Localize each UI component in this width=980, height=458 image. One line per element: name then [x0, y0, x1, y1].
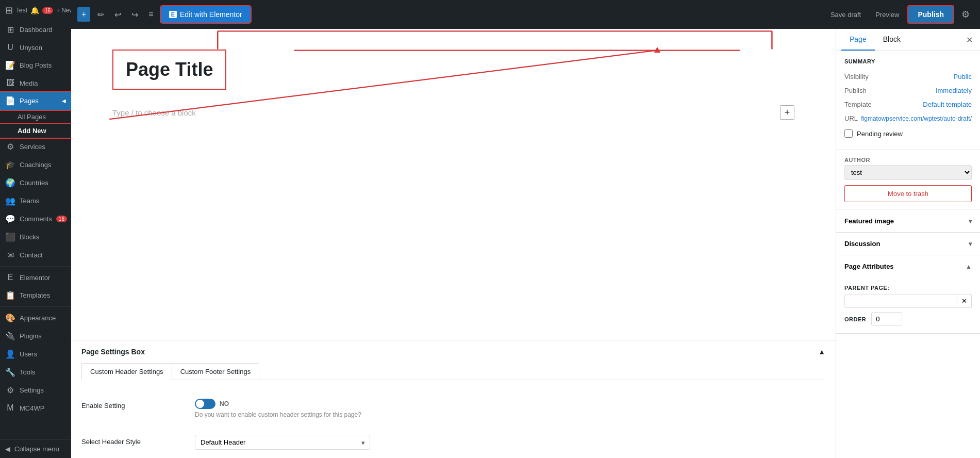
undo-button[interactable]: ↩: [111, 8, 124, 22]
sidebar: ⊞ Test 🔔 16 + New Howdy, test ⊞ Dashboar…: [0, 0, 71, 458]
sidebar-item-label: Appearance: [20, 314, 56, 322]
sidebar-item-plugins[interactable]: 🔌 Plugins: [0, 327, 71, 345]
sidebar-item-teams[interactable]: 👥 Teams: [0, 192, 71, 210]
move-to-trash-button[interactable]: Move to trash: [844, 185, 972, 202]
header-style-select[interactable]: Default Header Custom Header 1 Custom He…: [195, 435, 370, 450]
publish-value[interactable]: Immediately: [936, 87, 972, 94]
add-block-button[interactable]: +: [77, 7, 90, 22]
sidebar-sub-all-pages[interactable]: All Pages: [0, 110, 71, 124]
page-attributes-title: Page Attributes: [844, 263, 894, 270]
url-value[interactable]: figmatowpservice.com/wptest/auto-draft/: [861, 115, 972, 122]
tab-custom-header[interactable]: Custom Header Settings: [81, 363, 172, 380]
redo-button[interactable]: ↪: [128, 8, 141, 22]
sidebar-item-dashboard[interactable]: ⊞ Dashboard: [0, 21, 71, 39]
details-button[interactable]: ≡: [145, 8, 156, 21]
page-editor-area: Page Title Type / to choose a block +: [71, 29, 836, 340]
publish-button[interactable]: Publish: [908, 6, 953, 23]
add-block-inline-button[interactable]: +: [780, 105, 794, 120]
nav-separator-2: [0, 306, 71, 307]
settings-panel-button[interactable]: ⚙: [957, 7, 974, 22]
author-select[interactable]: test: [844, 165, 972, 180]
select-header-field: Select Header Style Default Header Custo…: [81, 427, 825, 458]
sidebar-item-elementor[interactable]: E Elementor: [0, 269, 71, 286]
sidebar-item-label: Pages: [20, 97, 39, 105]
sidebar-item-unyson[interactable]: U Unyson: [0, 39, 71, 56]
media-icon: 🖼: [5, 78, 15, 88]
featured-image-header[interactable]: Featured image ▾: [836, 210, 980, 232]
plus-icon: +: [56, 7, 60, 14]
settings-icon: ⚙: [5, 385, 15, 395]
sidebar-item-label: MC4WP: [20, 404, 44, 412]
sidebar-item-mc4wp[interactable]: M MC4WP: [0, 399, 71, 417]
enable-toggle[interactable]: [195, 399, 215, 409]
sidebar-item-settings[interactable]: ⚙ Settings: [0, 381, 71, 399]
sidebar-item-label: Tools: [20, 368, 35, 376]
save-draft-button[interactable]: Save draft: [825, 8, 866, 22]
order-input[interactable]: [871, 312, 902, 326]
sidebar-item-blocks[interactable]: ⬛ Blocks: [0, 228, 71, 246]
parent-page-clear-button[interactable]: ✕: [957, 294, 972, 308]
notifications-icon[interactable]: 🔔: [30, 6, 39, 14]
page-title-box: Page Title: [112, 50, 226, 90]
tools-icon-btn[interactable]: ✏: [94, 8, 107, 22]
visibility-value[interactable]: Public: [954, 73, 972, 80]
select-header-label: Select Header Style: [81, 435, 185, 446]
sidebar-item-countries[interactable]: 🌍 Countries: [0, 174, 71, 192]
right-sidebar-tabs: Page Block ✕: [836, 29, 980, 51]
dashboard-icon: ⊞: [5, 25, 15, 35]
settings-tabs: Custom Header Settings Custom Footer Set…: [81, 363, 825, 380]
elementor-btn-icon: E: [169, 11, 177, 18]
sidebar-item-users[interactable]: 👤 Users: [0, 345, 71, 363]
select-header-control: Default Header Custom Header 1 Custom He…: [195, 435, 825, 450]
sidebar-item-label: Contact: [20, 251, 43, 259]
template-label: Template: [844, 101, 923, 108]
sidebar-item-label: Media: [20, 79, 38, 87]
add-new-btn[interactable]: + New: [56, 7, 71, 14]
edit-with-elementor-button[interactable]: E Edit with Elementor: [161, 6, 251, 23]
block-placeholder-text[interactable]: Type / to choose a block: [112, 108, 196, 117]
sidebar-item-templates[interactable]: 📋 Templates: [0, 286, 71, 304]
pending-review-label: Pending review: [857, 130, 903, 138]
sidebar-item-label: Plugins: [20, 332, 42, 340]
comment-count-badge: 16: [42, 7, 53, 14]
users-icon: 👤: [5, 349, 15, 359]
page-attributes-body: PARENT PAGE: ✕ ORDER: [836, 277, 980, 333]
page-title[interactable]: Page Title: [126, 59, 213, 80]
sidebar-item-tools[interactable]: 🔧 Tools: [0, 363, 71, 381]
collapse-menu[interactable]: ◀ Collapse menu: [0, 439, 71, 458]
sidebar-item-label: Dashboard: [20, 26, 53, 34]
enable-setting-label: Enable Setting: [81, 399, 185, 410]
sidebar-item-pages[interactable]: 📄 Pages ◀: [0, 92, 71, 110]
toggle-label: NO: [220, 400, 229, 407]
right-sidebar-close-button[interactable]: ✕: [964, 35, 975, 45]
toggle-desc: Do you want to enable custom header sett…: [195, 411, 825, 418]
sidebar-item-label: Services: [20, 143, 45, 151]
page-attributes-header[interactable]: Page Attributes ▲: [836, 255, 980, 277]
order-row: ORDER: [844, 312, 972, 326]
comments-icon: 💬: [5, 214, 15, 224]
sidebar-item-services[interactable]: ⚙ Services: [0, 138, 71, 156]
editor-main: Page Title Type / to choose a block + Pa…: [71, 29, 836, 458]
visibility-label: Visibility: [844, 73, 954, 80]
sidebar-sub-add-new[interactable]: Add New: [0, 124, 71, 138]
sidebar-item-contact[interactable]: ✉ Contact: [0, 246, 71, 264]
parent-page-input[interactable]: [844, 294, 957, 308]
sidebar-item-coachings[interactable]: 🎓 Coachings: [0, 156, 71, 174]
all-pages-label: All Pages: [18, 113, 46, 121]
sidebar-item-appearance[interactable]: 🎨 Appearance: [0, 309, 71, 327]
page-settings-header[interactable]: Page Settings Box ▲: [81, 340, 825, 363]
sidebar-item-label: Countries: [20, 179, 48, 187]
preview-button[interactable]: Preview: [870, 8, 904, 22]
teams-icon: 👥: [5, 196, 15, 206]
discussion-header[interactable]: Discussion ▾: [836, 233, 980, 255]
sidebar-item-label: Templates: [20, 291, 50, 299]
tab-block[interactable]: Block: [875, 29, 909, 51]
pending-review-checkbox[interactable]: [844, 129, 853, 138]
sidebar-item-media[interactable]: 🖼 Media: [0, 74, 71, 92]
sidebar-item-label: Teams: [20, 197, 39, 205]
tab-custom-footer[interactable]: Custom Footer Settings: [172, 363, 260, 380]
template-value[interactable]: Default template: [923, 101, 972, 108]
sidebar-item-blog-posts[interactable]: 📝 Blog Posts: [0, 56, 71, 74]
tab-page[interactable]: Page: [841, 29, 875, 51]
sidebar-item-comments[interactable]: 💬 Comments 16: [0, 210, 71, 228]
